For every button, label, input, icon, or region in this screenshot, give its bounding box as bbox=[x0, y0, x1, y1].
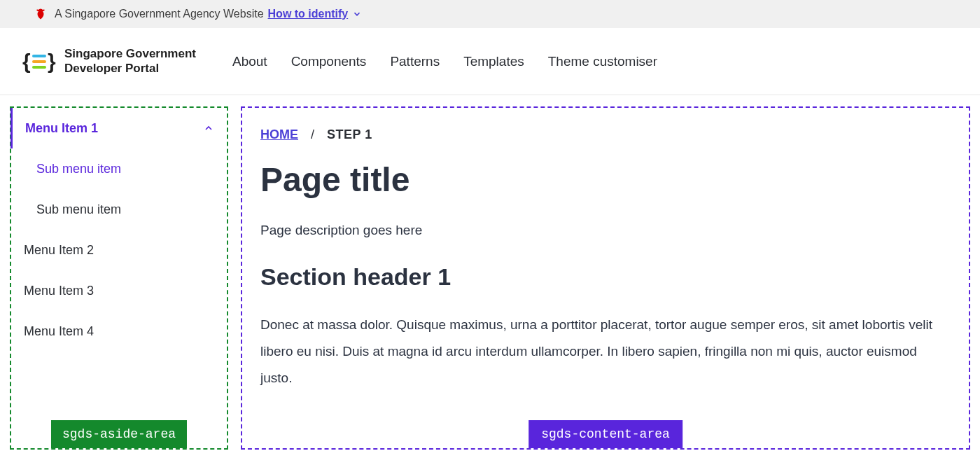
nav-patterns[interactable]: Patterns bbox=[390, 54, 440, 69]
page-title: Page title bbox=[260, 160, 951, 199]
sidebar-menu-item-1[interactable]: Menu Item 1 bbox=[10, 108, 227, 148]
sidebar-item-label: Menu Item 3 bbox=[24, 284, 94, 298]
svg-rect-3 bbox=[32, 66, 46, 69]
svg-rect-2 bbox=[32, 60, 46, 63]
nav-about[interactable]: About bbox=[232, 54, 267, 69]
sidebar-item-label: Sub menu item bbox=[36, 202, 121, 217]
brand-name: Singapore Government Developer Portal bbox=[64, 47, 196, 76]
chevron-down-icon bbox=[352, 9, 362, 19]
aside-area: Menu Item 1 Sub menu item Sub menu item … bbox=[10, 106, 228, 450]
page-description: Page description goes here bbox=[260, 223, 951, 238]
nav-components[interactable]: Components bbox=[291, 54, 367, 69]
svg-text:}: } bbox=[48, 50, 56, 73]
brand-logo[interactable]: { } Singapore Government Developer Porta… bbox=[22, 47, 196, 76]
how-to-identify-label: How to identify bbox=[268, 8, 349, 20]
sidebar-sub-item-2[interactable]: Sub menu item bbox=[11, 189, 227, 230]
logo-icon: { } bbox=[22, 48, 56, 76]
sidebar-item-label: Sub menu item bbox=[36, 162, 121, 176]
layout-row: Menu Item 1 Sub menu item Sub menu item … bbox=[0, 95, 980, 450]
aside-area-tag: sgds-aside-area bbox=[51, 420, 187, 448]
breadcrumb-current: STEP 1 bbox=[327, 127, 372, 142]
gov-banner: A Singapore Government Agency Website Ho… bbox=[0, 0, 980, 28]
nav-templates[interactable]: Templates bbox=[463, 54, 524, 69]
main-header: { } Singapore Government Developer Porta… bbox=[0, 28, 980, 95]
svg-text:{: { bbox=[22, 50, 31, 73]
sidebar-item-label: Menu Item 2 bbox=[24, 243, 94, 258]
gov-banner-text: A Singapore Government Agency Website bbox=[55, 8, 264, 20]
sidebar-item-label: Menu Item 1 bbox=[25, 121, 98, 136]
how-to-identify-link[interactable]: How to identify bbox=[268, 8, 363, 20]
sidebar-item-label: Menu Item 4 bbox=[24, 324, 94, 339]
sidebar-menu-item-4[interactable]: Menu Item 4 bbox=[11, 311, 227, 352]
content-area-tag: sgds-content-area bbox=[528, 420, 682, 448]
sidebar-menu-item-2[interactable]: Menu Item 2 bbox=[11, 230, 227, 270]
singapore-lion-icon bbox=[34, 7, 48, 21]
sidebar-sub-item-1[interactable]: Sub menu item bbox=[11, 148, 227, 189]
chevron-up-icon bbox=[203, 123, 214, 134]
content-area: HOME / STEP 1 Page title Page descriptio… bbox=[241, 106, 970, 450]
section-header-1: Section header 1 bbox=[260, 263, 951, 291]
nav-theme-customiser[interactable]: Theme customiser bbox=[548, 54, 657, 69]
section-body-text: Donec at massa dolor. Quisque maximus, u… bbox=[260, 312, 951, 391]
breadcrumb-home-link[interactable]: HOME bbox=[260, 127, 298, 142]
brand-line-1: Singapore Government bbox=[64, 47, 196, 61]
sidebar-menu-item-3[interactable]: Menu Item 3 bbox=[11, 270, 227, 311]
svg-rect-1 bbox=[32, 55, 46, 57]
breadcrumb-separator: / bbox=[311, 127, 314, 142]
brand-line-2: Developer Portal bbox=[64, 62, 196, 76]
primary-nav: About Components Patterns Templates Them… bbox=[232, 54, 657, 69]
breadcrumb: HOME / STEP 1 bbox=[260, 127, 951, 142]
